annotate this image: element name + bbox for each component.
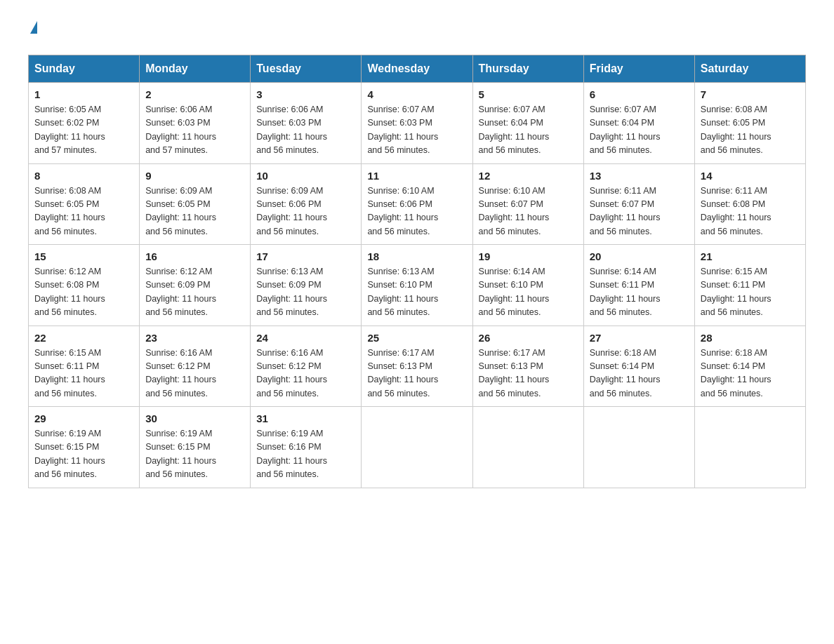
- weekday-header-saturday: Saturday: [694, 55, 805, 83]
- calendar-cell: 13Sunrise: 6:11 AMSunset: 6:07 PMDayligh…: [583, 163, 694, 245]
- calendar-cell: 2Sunrise: 6:06 AMSunset: 6:03 PMDaylight…: [140, 83, 251, 164]
- logo-triangle-icon: [30, 21, 37, 34]
- day-number: 29: [34, 412, 133, 424]
- weekday-header-wednesday: Wednesday: [362, 55, 472, 83]
- day-info: Sunrise: 6:09 AMSunset: 6:05 PMDaylight:…: [145, 185, 244, 239]
- day-info: Sunrise: 6:12 AMSunset: 6:09 PMDaylight:…: [145, 265, 244, 320]
- day-number: 20: [590, 250, 689, 262]
- day-number: 5: [479, 88, 578, 100]
- day-number: 22: [34, 332, 133, 344]
- calendar-cell: 21Sunrise: 6:15 AMSunset: 6:11 PMDayligh…: [694, 245, 805, 326]
- day-info: Sunrise: 6:12 AMSunset: 6:08 PMDaylight:…: [34, 265, 133, 320]
- day-number: 6: [590, 88, 689, 100]
- calendar-cell: [362, 407, 472, 488]
- calendar-cell: 14Sunrise: 6:11 AMSunset: 6:08 PMDayligh…: [694, 163, 805, 245]
- calendar-cell: 27Sunrise: 6:18 AMSunset: 6:14 PMDayligh…: [583, 326, 694, 407]
- calendar-cell: [694, 407, 805, 488]
- calendar-week-row: 15Sunrise: 6:12 AMSunset: 6:08 PMDayligh…: [29, 245, 806, 326]
- day-info: Sunrise: 6:15 AMSunset: 6:11 PMDaylight:…: [34, 347, 133, 401]
- day-number: 14: [701, 170, 800, 182]
- weekday-header-friday: Friday: [583, 55, 694, 83]
- day-number: 7: [701, 88, 800, 100]
- day-info: Sunrise: 6:15 AMSunset: 6:11 PMDaylight:…: [701, 265, 800, 320]
- calendar-header-row: SundayMondayTuesdayWednesdayThursdayFrid…: [29, 55, 806, 83]
- calendar-cell: 16Sunrise: 6:12 AMSunset: 6:09 PMDayligh…: [140, 245, 251, 326]
- calendar-cell: 17Sunrise: 6:13 AMSunset: 6:09 PMDayligh…: [251, 245, 362, 326]
- day-number: 26: [479, 332, 578, 344]
- calendar-cell: 11Sunrise: 6:10 AMSunset: 6:06 PMDayligh…: [362, 163, 472, 245]
- day-info: Sunrise: 6:11 AMSunset: 6:07 PMDaylight:…: [590, 185, 689, 239]
- day-info: Sunrise: 6:06 AMSunset: 6:03 PMDaylight:…: [256, 103, 355, 158]
- day-number: 1: [34, 88, 133, 100]
- weekday-header-thursday: Thursday: [472, 55, 583, 83]
- day-info: Sunrise: 6:19 AMSunset: 6:16 PMDaylight:…: [256, 427, 355, 482]
- day-number: 4: [367, 88, 466, 100]
- calendar-cell: 4Sunrise: 6:07 AMSunset: 6:03 PMDaylight…: [362, 83, 472, 164]
- calendar-cell: 26Sunrise: 6:17 AMSunset: 6:13 PMDayligh…: [472, 326, 583, 407]
- day-info: Sunrise: 6:11 AMSunset: 6:08 PMDaylight:…: [701, 185, 800, 239]
- calendar-cell: 5Sunrise: 6:07 AMSunset: 6:04 PMDaylight…: [472, 83, 583, 164]
- day-number: 13: [590, 170, 689, 182]
- day-number: 10: [256, 170, 355, 182]
- calendar-cell: 10Sunrise: 6:09 AMSunset: 6:06 PMDayligh…: [251, 163, 362, 245]
- logo: [28, 21, 37, 34]
- day-number: 8: [34, 170, 133, 182]
- calendar-cell: 22Sunrise: 6:15 AMSunset: 6:11 PMDayligh…: [29, 326, 140, 407]
- calendar-cell: 8Sunrise: 6:08 AMSunset: 6:05 PMDaylight…: [29, 163, 140, 245]
- day-number: 27: [590, 332, 689, 344]
- calendar-cell: [583, 407, 694, 488]
- day-number: 28: [701, 332, 800, 344]
- day-info: Sunrise: 6:05 AMSunset: 6:02 PMDaylight:…: [34, 103, 133, 158]
- calendar-cell: 6Sunrise: 6:07 AMSunset: 6:04 PMDaylight…: [583, 83, 694, 164]
- day-info: Sunrise: 6:17 AMSunset: 6:13 PMDaylight:…: [367, 347, 466, 401]
- calendar-cell: 23Sunrise: 6:16 AMSunset: 6:12 PMDayligh…: [140, 326, 251, 407]
- calendar-cell: 15Sunrise: 6:12 AMSunset: 6:08 PMDayligh…: [29, 245, 140, 326]
- day-info: Sunrise: 6:18 AMSunset: 6:14 PMDaylight:…: [590, 347, 689, 401]
- day-info: Sunrise: 6:16 AMSunset: 6:12 PMDaylight:…: [145, 347, 244, 401]
- day-number: 24: [256, 332, 355, 344]
- day-number: 15: [34, 250, 133, 262]
- day-info: Sunrise: 6:14 AMSunset: 6:11 PMDaylight:…: [590, 265, 689, 320]
- calendar-cell: 30Sunrise: 6:19 AMSunset: 6:15 PMDayligh…: [140, 407, 251, 488]
- day-info: Sunrise: 6:13 AMSunset: 6:09 PMDaylight:…: [256, 265, 355, 320]
- day-number: 9: [145, 170, 244, 182]
- weekday-header-monday: Monday: [140, 55, 251, 83]
- day-info: Sunrise: 6:18 AMSunset: 6:14 PMDaylight:…: [701, 347, 800, 401]
- day-info: Sunrise: 6:07 AMSunset: 6:03 PMDaylight:…: [367, 103, 466, 158]
- weekday-header-tuesday: Tuesday: [251, 55, 362, 83]
- weekday-header-sunday: Sunday: [29, 55, 140, 83]
- calendar-cell: 20Sunrise: 6:14 AMSunset: 6:11 PMDayligh…: [583, 245, 694, 326]
- day-info: Sunrise: 6:07 AMSunset: 6:04 PMDaylight:…: [479, 103, 578, 158]
- day-info: Sunrise: 6:09 AMSunset: 6:06 PMDaylight:…: [256, 185, 355, 239]
- day-number: 11: [367, 170, 466, 182]
- day-info: Sunrise: 6:14 AMSunset: 6:10 PMDaylight:…: [479, 265, 578, 320]
- day-number: 23: [145, 332, 244, 344]
- calendar-cell: 9Sunrise: 6:09 AMSunset: 6:05 PMDaylight…: [140, 163, 251, 245]
- calendar-cell: 24Sunrise: 6:16 AMSunset: 6:12 PMDayligh…: [251, 326, 362, 407]
- day-info: Sunrise: 6:17 AMSunset: 6:13 PMDaylight:…: [479, 347, 578, 401]
- day-number: 12: [479, 170, 578, 182]
- day-number: 31: [256, 412, 355, 424]
- calendar-table: SundayMondayTuesdayWednesdayThursdayFrid…: [28, 55, 806, 488]
- day-info: Sunrise: 6:10 AMSunset: 6:07 PMDaylight:…: [479, 185, 578, 239]
- calendar-week-row: 29Sunrise: 6:19 AMSunset: 6:15 PMDayligh…: [29, 407, 806, 488]
- calendar-cell: 29Sunrise: 6:19 AMSunset: 6:15 PMDayligh…: [29, 407, 140, 488]
- calendar-cell: 1Sunrise: 6:05 AMSunset: 6:02 PMDaylight…: [29, 83, 140, 164]
- day-info: Sunrise: 6:08 AMSunset: 6:05 PMDaylight:…: [34, 185, 133, 239]
- day-info: Sunrise: 6:19 AMSunset: 6:15 PMDaylight:…: [34, 427, 133, 482]
- calendar-cell: 31Sunrise: 6:19 AMSunset: 6:16 PMDayligh…: [251, 407, 362, 488]
- calendar-week-row: 8Sunrise: 6:08 AMSunset: 6:05 PMDaylight…: [29, 163, 806, 245]
- calendar-cell: 25Sunrise: 6:17 AMSunset: 6:13 PMDayligh…: [362, 326, 472, 407]
- calendar-cell: [472, 407, 583, 488]
- day-info: Sunrise: 6:16 AMSunset: 6:12 PMDaylight:…: [256, 347, 355, 401]
- day-info: Sunrise: 6:07 AMSunset: 6:04 PMDaylight:…: [590, 103, 689, 158]
- page-header: [28, 21, 806, 34]
- calendar-cell: 7Sunrise: 6:08 AMSunset: 6:05 PMDaylight…: [694, 83, 805, 164]
- day-number: 16: [145, 250, 244, 262]
- day-info: Sunrise: 6:19 AMSunset: 6:15 PMDaylight:…: [145, 427, 244, 482]
- day-number: 17: [256, 250, 355, 262]
- day-number: 21: [701, 250, 800, 262]
- calendar-cell: 19Sunrise: 6:14 AMSunset: 6:10 PMDayligh…: [472, 245, 583, 326]
- calendar-cell: 12Sunrise: 6:10 AMSunset: 6:07 PMDayligh…: [472, 163, 583, 245]
- day-info: Sunrise: 6:06 AMSunset: 6:03 PMDaylight:…: [145, 103, 244, 158]
